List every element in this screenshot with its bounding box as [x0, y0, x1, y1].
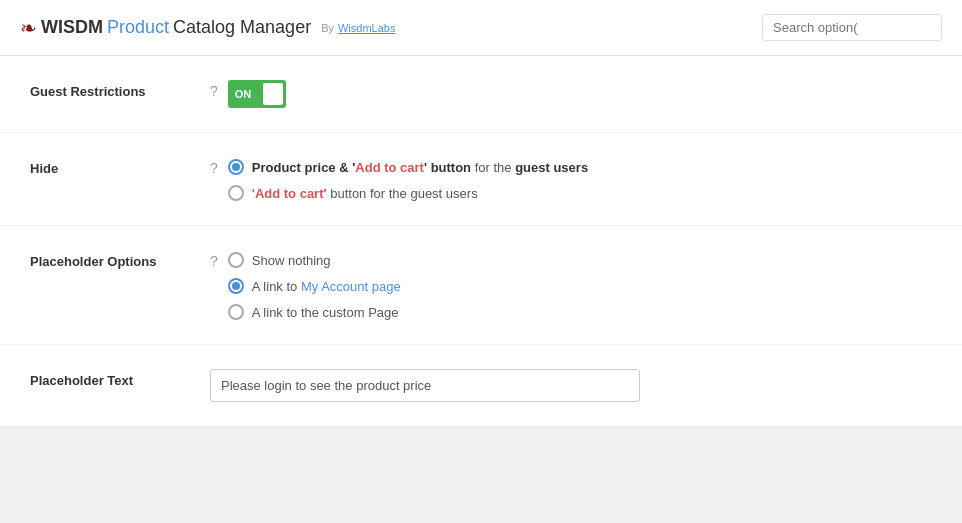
logo: ❧ WISDM Product Catalog Manager By Wisdm…: [20, 16, 395, 40]
guest-restrictions-toggle-container: ON: [228, 80, 286, 108]
placeholder-options-content: ? Show nothing A link to My Account page: [210, 250, 932, 320]
logo-rest-text: Catalog Manager: [173, 17, 311, 38]
hide-radio-group: Product price & 'Add to cart' button for…: [228, 157, 588, 201]
hide-opt1-part1: Product price & ': [252, 160, 356, 175]
placeholder-text-label: Placeholder Text: [30, 369, 190, 388]
placeholder-option-2[interactable]: A link to My Account page: [228, 278, 401, 294]
hide-opt1-part5: guest users: [512, 160, 589, 175]
placeholder-options-section: Placeholder Options ? Show nothing A lin…: [0, 226, 962, 345]
placeholder-option-1[interactable]: Show nothing: [228, 252, 401, 268]
hide-opt2-rest: button for the guest users: [327, 186, 478, 201]
placeholder-options-radio-group: Show nothing A link to My Account page A…: [228, 250, 401, 320]
placeholder-radio-3[interactable]: [228, 304, 244, 320]
placeholder-text-section: Placeholder Text: [0, 345, 962, 427]
placeholder-options-help-icon[interactable]: ?: [210, 253, 218, 269]
hide-section: Hide ? Product price & 'Add to cart' but…: [0, 133, 962, 226]
search-input[interactable]: [762, 14, 942, 41]
guest-restrictions-section: Guest Restrictions ? ON: [0, 56, 962, 133]
placeholder-options-label: Placeholder Options: [30, 250, 190, 269]
hide-opt1-part3: ' button: [424, 160, 475, 175]
guest-restrictions-content: ? ON: [210, 80, 932, 108]
hide-opt1-part2: Add to cart: [355, 160, 424, 175]
hide-radio-1[interactable]: [228, 159, 244, 175]
ph-opt2-part1: A link to: [252, 279, 301, 294]
toggle-knob: [263, 83, 283, 105]
logo-product-text: Product: [107, 17, 169, 38]
guest-restrictions-help-icon[interactable]: ?: [210, 83, 218, 99]
search-container: [762, 14, 942, 41]
logo-by-text: By: [321, 22, 334, 34]
logo-icon: ❧: [20, 16, 37, 40]
hide-help-icon[interactable]: ?: [210, 160, 218, 176]
hide-option-2-text: 'Add to cart' button for the guest users: [252, 186, 478, 201]
placeholder-option-2-text: A link to My Account page: [252, 279, 401, 294]
logo-wisdm-text: WISDM: [41, 17, 103, 38]
hide-opt2-cart: 'Add to cart': [252, 186, 327, 201]
guest-restrictions-label: Guest Restrictions: [30, 80, 190, 99]
hide-option-1-text: Product price & 'Add to cart' button for…: [252, 160, 588, 175]
hide-option-2[interactable]: 'Add to cart' button for the guest users: [228, 185, 588, 201]
placeholder-radio-1[interactable]: [228, 252, 244, 268]
placeholder-option-3[interactable]: A link to the custom Page: [228, 304, 401, 320]
hide-option-1[interactable]: Product price & 'Add to cart' button for…: [228, 159, 588, 175]
ph-opt2-part2: My Account page: [301, 279, 401, 294]
hide-opt1-part4: for the: [475, 160, 512, 175]
placeholder-radio-2[interactable]: [228, 278, 244, 294]
main-content: Guest Restrictions ? ON Hide ? Product p…: [0, 56, 962, 427]
placeholder-option-3-text: A link to the custom Page: [252, 305, 399, 320]
logo-wisdmlabs-link[interactable]: WisdmLabs: [338, 22, 395, 34]
header: ❧ WISDM Product Catalog Manager By Wisdm…: [0, 0, 962, 56]
hide-radio-2[interactable]: [228, 185, 244, 201]
placeholder-text-input[interactable]: [210, 369, 640, 402]
toggle-on-label: ON: [235, 88, 252, 100]
placeholder-text-content: [210, 369, 932, 402]
guest-restrictions-toggle[interactable]: ON: [228, 80, 286, 108]
hide-content: ? Product price & 'Add to cart' button f…: [210, 157, 932, 201]
hide-label: Hide: [30, 157, 190, 176]
placeholder-option-1-text: Show nothing: [252, 253, 331, 268]
